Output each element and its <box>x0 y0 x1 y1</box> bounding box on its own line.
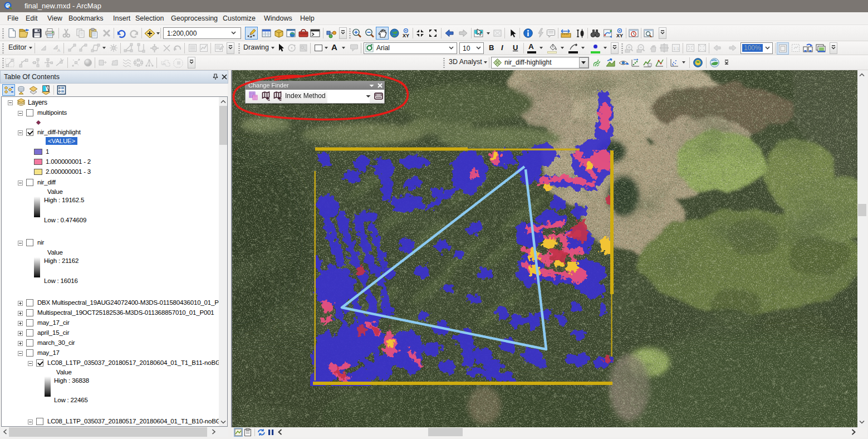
svg-text:XY: XY <box>616 33 623 38</box>
svg-text:XY: XY <box>403 33 409 38</box>
svg-text:A: A <box>57 48 61 53</box>
svg-text:1: 1 <box>268 97 270 101</box>
svg-text:2: 2 <box>279 97 282 101</box>
svg-text:1:1: 1:1 <box>673 46 680 51</box>
